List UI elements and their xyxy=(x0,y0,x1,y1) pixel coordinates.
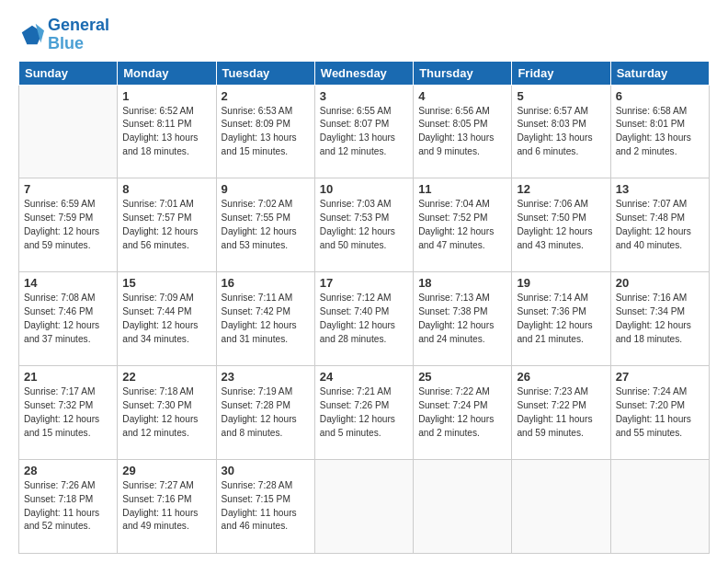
day-number: 25 xyxy=(418,370,506,384)
day-info: Sunrise: 7:16 AMSunset: 7:34 PMDaylight:… xyxy=(616,292,704,346)
calendar-cell: 11Sunrise: 7:04 AMSunset: 7:52 PMDayligh… xyxy=(414,178,512,272)
day-number: 15 xyxy=(122,276,210,290)
calendar-cell: 16Sunrise: 7:11 AMSunset: 7:42 PMDayligh… xyxy=(216,272,314,366)
weekday-header-friday: Friday xyxy=(512,61,610,85)
calendar-cell xyxy=(414,460,512,554)
logo-text: General Blue xyxy=(48,17,109,53)
day-number: 14 xyxy=(24,276,112,290)
day-info: Sunrise: 7:24 AMSunset: 7:20 PMDaylight:… xyxy=(616,385,704,440)
day-number: 13 xyxy=(616,182,704,196)
day-number: 30 xyxy=(222,464,310,477)
calendar-cell: 8Sunrise: 7:01 AMSunset: 7:57 PMDaylight… xyxy=(118,178,216,272)
day-number: 5 xyxy=(517,89,605,103)
weekday-header-tuesday: Tuesday xyxy=(216,61,314,85)
calendar-cell xyxy=(314,460,413,554)
day-number: 18 xyxy=(418,276,506,290)
day-number: 23 xyxy=(222,370,310,384)
day-number: 4 xyxy=(418,89,506,103)
calendar-cell: 14Sunrise: 7:08 AMSunset: 7:46 PMDayligh… xyxy=(19,272,118,366)
day-number: 27 xyxy=(616,370,704,384)
day-number: 10 xyxy=(320,182,408,196)
day-number: 22 xyxy=(122,370,210,384)
day-number: 20 xyxy=(616,276,704,290)
day-info: Sunrise: 6:56 AMSunset: 8:05 PMDaylight:… xyxy=(418,105,506,159)
day-info: Sunrise: 7:02 AMSunset: 7:55 PMDaylight:… xyxy=(222,198,310,252)
week-row-5: 28Sunrise: 7:26 AMSunset: 7:18 PMDayligh… xyxy=(19,460,710,554)
calendar-cell: 24Sunrise: 7:21 AMSunset: 7:26 PMDayligh… xyxy=(314,366,413,460)
calendar-cell: 6Sunrise: 6:58 AMSunset: 8:01 PMDaylight… xyxy=(610,85,709,178)
day-number: 12 xyxy=(517,182,605,196)
header: General Blue xyxy=(18,17,710,53)
day-info: Sunrise: 7:06 AMSunset: 7:50 PMDaylight:… xyxy=(517,198,605,252)
day-info: Sunrise: 6:59 AMSunset: 7:59 PMDaylight:… xyxy=(24,198,112,252)
day-info: Sunrise: 6:58 AMSunset: 8:01 PMDaylight:… xyxy=(616,105,704,159)
week-row-2: 7Sunrise: 6:59 AMSunset: 7:59 PMDaylight… xyxy=(19,178,710,272)
day-info: Sunrise: 7:28 AMSunset: 7:15 PMDaylight:… xyxy=(222,479,310,534)
calendar-cell: 13Sunrise: 7:07 AMSunset: 7:48 PMDayligh… xyxy=(610,178,709,272)
day-info: Sunrise: 7:01 AMSunset: 7:57 PMDaylight:… xyxy=(122,198,210,252)
day-number: 26 xyxy=(517,370,605,384)
calendar-cell: 25Sunrise: 7:22 AMSunset: 7:24 PMDayligh… xyxy=(414,366,512,460)
calendar-cell xyxy=(19,85,118,178)
calendar-cell: 29Sunrise: 7:27 AMSunset: 7:16 PMDayligh… xyxy=(118,460,216,554)
day-info: Sunrise: 7:18 AMSunset: 7:30 PMDaylight:… xyxy=(122,385,210,440)
day-info: Sunrise: 7:11 AMSunset: 7:42 PMDaylight:… xyxy=(222,292,310,346)
day-info: Sunrise: 7:08 AMSunset: 7:46 PMDaylight:… xyxy=(24,292,112,346)
day-info: Sunrise: 6:52 AMSunset: 8:11 PMDaylight:… xyxy=(122,105,210,159)
day-number: 3 xyxy=(320,89,408,103)
day-info: Sunrise: 7:23 AMSunset: 7:22 PMDaylight:… xyxy=(517,385,605,440)
day-number: 6 xyxy=(616,89,704,103)
day-number: 8 xyxy=(122,182,210,196)
day-info: Sunrise: 7:14 AMSunset: 7:36 PMDaylight:… xyxy=(517,292,605,346)
day-info: Sunrise: 7:04 AMSunset: 7:52 PMDaylight:… xyxy=(418,198,506,252)
day-number: 11 xyxy=(418,182,506,196)
calendar-cell: 12Sunrise: 7:06 AMSunset: 7:50 PMDayligh… xyxy=(512,178,610,272)
day-info: Sunrise: 7:03 AMSunset: 7:53 PMDaylight:… xyxy=(320,198,408,252)
day-number: 1 xyxy=(122,89,210,103)
calendar-table: SundayMondayTuesdayWednesdayThursdayFrid… xyxy=(18,61,710,554)
calendar-cell: 1Sunrise: 6:52 AMSunset: 8:11 PMDaylight… xyxy=(118,85,216,178)
day-info: Sunrise: 7:12 AMSunset: 7:40 PMDaylight:… xyxy=(320,292,408,346)
week-row-1: 1Sunrise: 6:52 AMSunset: 8:11 PMDaylight… xyxy=(19,85,710,178)
day-info: Sunrise: 7:17 AMSunset: 7:32 PMDaylight:… xyxy=(24,385,112,440)
logo: General Blue xyxy=(18,17,109,53)
day-info: Sunrise: 7:21 AMSunset: 7:26 PMDaylight:… xyxy=(320,385,408,440)
weekday-header-wednesday: Wednesday xyxy=(314,61,413,85)
day-info: Sunrise: 7:09 AMSunset: 7:44 PMDaylight:… xyxy=(122,292,210,346)
calendar-cell: 15Sunrise: 7:09 AMSunset: 7:44 PMDayligh… xyxy=(118,272,216,366)
calendar-cell xyxy=(610,460,709,554)
calendar-cell: 2Sunrise: 6:53 AMSunset: 8:09 PMDaylight… xyxy=(216,85,314,178)
week-row-3: 14Sunrise: 7:08 AMSunset: 7:46 PMDayligh… xyxy=(19,272,710,366)
calendar-cell: 22Sunrise: 7:18 AMSunset: 7:30 PMDayligh… xyxy=(118,366,216,460)
day-number: 29 xyxy=(122,464,210,477)
calendar-cell: 19Sunrise: 7:14 AMSunset: 7:36 PMDayligh… xyxy=(512,272,610,366)
day-info: Sunrise: 6:53 AMSunset: 8:09 PMDaylight:… xyxy=(222,105,310,159)
weekday-header-thursday: Thursday xyxy=(414,61,512,85)
calendar-cell: 10Sunrise: 7:03 AMSunset: 7:53 PMDayligh… xyxy=(314,178,413,272)
day-info: Sunrise: 7:22 AMSunset: 7:24 PMDaylight:… xyxy=(418,385,506,440)
day-info: Sunrise: 6:57 AMSunset: 8:03 PMDaylight:… xyxy=(517,105,605,159)
calendar-cell: 30Sunrise: 7:28 AMSunset: 7:15 PMDayligh… xyxy=(216,460,314,554)
page: General Blue SundayMondayTuesdayWednesda… xyxy=(0,0,728,563)
calendar-cell: 3Sunrise: 6:55 AMSunset: 8:07 PMDaylight… xyxy=(314,85,413,178)
day-number: 16 xyxy=(222,276,310,290)
weekday-header-saturday: Saturday xyxy=(610,61,709,85)
day-number: 19 xyxy=(517,276,605,290)
calendar-cell: 7Sunrise: 6:59 AMSunset: 7:59 PMDaylight… xyxy=(19,178,118,272)
day-number: 7 xyxy=(24,182,112,196)
logo-icon xyxy=(18,22,44,48)
day-number: 28 xyxy=(24,464,112,477)
day-info: Sunrise: 7:13 AMSunset: 7:38 PMDaylight:… xyxy=(418,292,506,346)
calendar-cell: 18Sunrise: 7:13 AMSunset: 7:38 PMDayligh… xyxy=(414,272,512,366)
day-number: 9 xyxy=(222,182,310,196)
weekday-header-monday: Monday xyxy=(118,61,216,85)
calendar-cell: 28Sunrise: 7:26 AMSunset: 7:18 PMDayligh… xyxy=(19,460,118,554)
week-row-4: 21Sunrise: 7:17 AMSunset: 7:32 PMDayligh… xyxy=(19,366,710,460)
calendar-cell: 20Sunrise: 7:16 AMSunset: 7:34 PMDayligh… xyxy=(610,272,709,366)
calendar-cell: 23Sunrise: 7:19 AMSunset: 7:28 PMDayligh… xyxy=(216,366,314,460)
weekday-header-row: SundayMondayTuesdayWednesdayThursdayFrid… xyxy=(19,61,710,85)
calendar-cell: 17Sunrise: 7:12 AMSunset: 7:40 PMDayligh… xyxy=(314,272,413,366)
calendar-cell: 26Sunrise: 7:23 AMSunset: 7:22 PMDayligh… xyxy=(512,366,610,460)
day-info: Sunrise: 7:19 AMSunset: 7:28 PMDaylight:… xyxy=(222,385,310,440)
calendar-cell: 5Sunrise: 6:57 AMSunset: 8:03 PMDaylight… xyxy=(512,85,610,178)
